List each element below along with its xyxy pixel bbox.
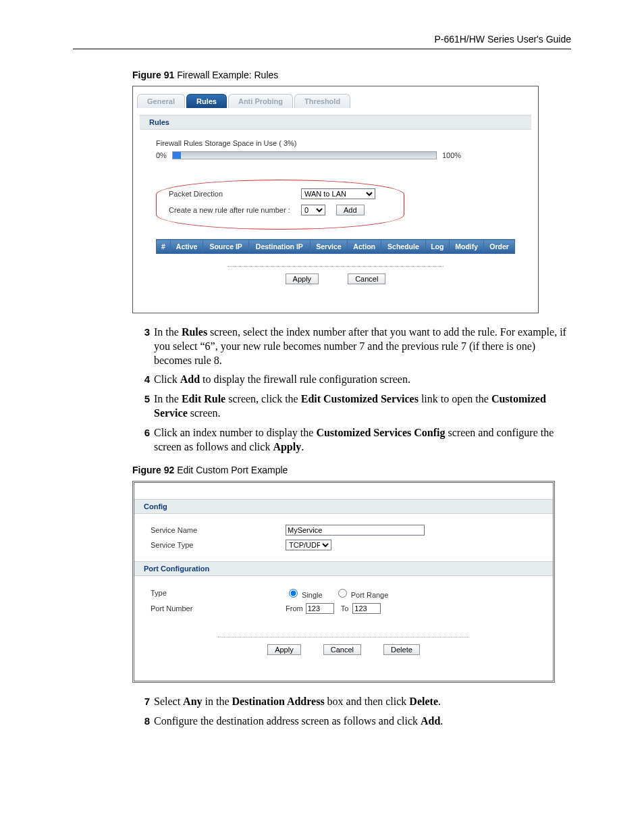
step-3: 3In the Rules screen, select the index n… — [132, 325, 571, 367]
step-num: 7 — [132, 695, 150, 709]
figure92-screenshot: Config Service Name Service Type TCP/UDP… — [132, 481, 555, 683]
cancel-button-2[interactable]: Cancel — [323, 644, 361, 655]
tab-general[interactable]: General — [137, 94, 185, 108]
port-config-header: Port Configuration — [134, 561, 553, 576]
add-button[interactable]: Add — [336, 205, 365, 215]
step-num: 8 — [132, 714, 150, 729]
step-text: In the Rules screen, select the index nu… — [154, 325, 571, 367]
rules-table: # Active Source IP Destination IP Servic… — [156, 239, 515, 254]
tab-rules[interactable]: Rules — [186, 94, 227, 108]
doc-header: P-661H/HW Series User's Guide — [73, 34, 571, 49]
step-num: 3 — [132, 325, 150, 367]
type-range[interactable]: Port Range — [335, 587, 389, 599]
col-dest-ip: Destination IP — [248, 240, 310, 254]
type-label: Type — [151, 589, 286, 597]
steps-b: 7Select Any in the Destination Address b… — [132, 695, 571, 729]
type-single[interactable]: Single — [286, 587, 323, 599]
service-type-label: Service Type — [151, 541, 286, 549]
service-name-input[interactable] — [286, 525, 425, 536]
usage-bar — [172, 151, 437, 159]
step-num: 5 — [132, 392, 150, 421]
step-text: In the Edit Rule screen, click the Edit … — [154, 392, 571, 421]
usage-0pct: 0% — [156, 151, 167, 159]
tabstrip: General Rules Anti Probing Threshold — [133, 86, 538, 108]
figure91-caption-rest: Firewall Example: Rules — [174, 70, 278, 80]
create-rule-label: Create a new rule after rule number : — [169, 206, 290, 214]
controls-highlight: Packet Direction WAN to LAN Create a new… — [156, 180, 404, 230]
steps-a: 3In the Rules screen, select the index n… — [132, 325, 571, 454]
step-6: 6Click an index number to display the Cu… — [132, 426, 571, 454]
cancel-button[interactable]: Cancel — [348, 273, 385, 284]
col-source-ip: Source IP — [203, 240, 248, 254]
header-rule — [73, 49, 571, 49]
usage-100pct: 100% — [442, 151, 461, 159]
col-order: Order — [484, 240, 515, 254]
step-4: 4Click Add to display the firewall rule … — [132, 373, 571, 387]
apply-button[interactable]: Apply — [286, 273, 319, 284]
rule-number-select[interactable]: 0 — [301, 205, 325, 215]
figure91-screenshot: General Rules Anti Probing Threshold Rul… — [132, 86, 539, 313]
type-single-radio[interactable] — [289, 589, 298, 598]
figure92-caption: Figure 92 Edit Custom Port Example — [132, 465, 571, 475]
to-input[interactable] — [352, 603, 381, 614]
usage-row: 0% 100% — [156, 151, 515, 159]
col-hash: # — [157, 240, 171, 254]
col-service: Service — [310, 240, 347, 254]
step-text: Configure the destination address screen… — [154, 714, 443, 729]
packet-direction-label: Packet Direction — [169, 190, 290, 198]
tab-threshold[interactable]: Threshold — [294, 94, 350, 108]
step-5: 5In the Edit Rule screen, click the Edit… — [132, 392, 571, 421]
from-label: From — [286, 604, 303, 613]
step-text: Click Add to display the firewall rule c… — [154, 373, 410, 387]
delete-button[interactable]: Delete — [383, 644, 420, 655]
step-num: 6 — [132, 426, 150, 454]
from-input[interactable] — [306, 603, 334, 614]
figure92-caption-rest: Edit Custom Port Example — [174, 465, 288, 475]
figure91-caption: Figure 91 Firewall Example: Rules — [132, 70, 571, 80]
step-text: Select Any in the Destination Address bo… — [154, 695, 441, 709]
figure92-caption-bold: Figure 92 — [132, 465, 174, 475]
apply-button-2[interactable]: Apply — [267, 644, 301, 655]
service-name-label: Service Name — [151, 526, 286, 534]
to-label: To — [341, 604, 349, 613]
dotted-separator — [227, 266, 443, 267]
col-log: Log — [425, 240, 449, 254]
usage-fill — [173, 152, 181, 159]
step-text: Click an index number to display the Cus… — [154, 426, 571, 454]
tab-anti-probing[interactable]: Anti Probing — [228, 94, 293, 108]
col-modify: Modify — [449, 240, 483, 254]
step-7: 7Select Any in the Destination Address b… — [132, 695, 571, 709]
packet-direction-select[interactable]: WAN to LAN — [301, 188, 375, 199]
col-action: Action — [348, 240, 381, 254]
single-text: Single — [302, 591, 323, 599]
col-schedule: Schedule — [381, 240, 425, 254]
type-range-radio[interactable] — [338, 589, 347, 598]
port-number-label: Port Number — [151, 604, 286, 613]
dotted-separator-2 — [218, 637, 469, 637]
service-type-select[interactable]: TCP/UDP — [286, 540, 331, 550]
step-8: 8Configure the destination address scree… — [132, 714, 571, 729]
config-header: Config — [134, 499, 553, 514]
step-num: 4 — [132, 373, 150, 387]
figure91-caption-bold: Figure 91 — [132, 70, 174, 80]
range-text: Port Range — [351, 591, 389, 599]
storage-label: Firewall Rules Storage Space in Use ( 3%… — [156, 139, 515, 147]
rules-panel-header: Rules — [140, 115, 531, 130]
col-active: Active — [170, 240, 203, 254]
